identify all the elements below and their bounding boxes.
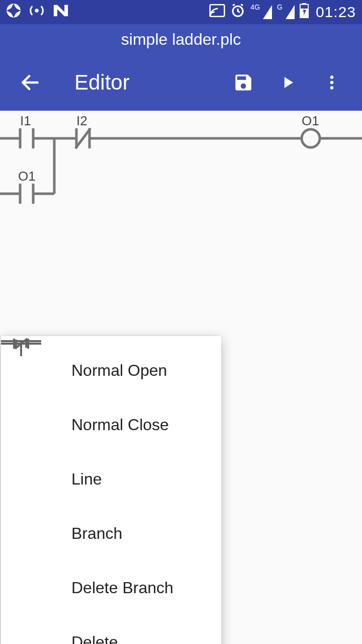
contact-label-o1b: O1	[18, 169, 36, 184]
contact-label-i1: I1	[20, 113, 31, 129]
run-button[interactable]	[269, 64, 306, 101]
android-n-icon	[52, 3, 69, 22]
cast-icon	[209, 4, 225, 21]
blank-icon	[15, 629, 55, 644]
svg-point-1	[35, 9, 39, 13]
menu-item-delete[interactable]: Delete	[1, 615, 221, 644]
blank-icon	[15, 575, 55, 600]
hotspot-icon	[29, 3, 44, 22]
line-icon	[15, 466, 55, 492]
contact-label-i2: I2	[76, 113, 87, 129]
menu-item-label: Delete	[71, 633, 118, 645]
status-time: 01:23	[316, 4, 356, 21]
ladder-canvas[interactable]: I1 I2 O1 O1 Normal Open Normal Close Lin…	[0, 111, 362, 644]
back-button[interactable]	[18, 70, 42, 95]
status-left	[6, 3, 69, 22]
menu-item-branch[interactable]: Branch	[1, 506, 221, 560]
svg-point-8	[330, 81, 334, 85]
signal-icon-2	[286, 5, 295, 19]
menu-item-label: Normal Close	[71, 416, 169, 434]
file-title-bar: simple ladder.plc	[0, 24, 362, 54]
menu-item-label: Line	[71, 470, 102, 489]
normal-open-icon	[15, 358, 55, 383]
alarm-icon	[230, 3, 245, 22]
svg-point-20	[302, 129, 320, 147]
battery-charging-icon	[300, 3, 309, 22]
camera-aperture-icon	[6, 3, 21, 22]
menu-item-label: Branch	[71, 524, 122, 543]
branch-icon	[15, 521, 55, 546]
menu-item-line[interactable]: Line	[1, 452, 221, 506]
svg-rect-5	[302, 3, 306, 5]
page-title: Editor	[74, 70, 217, 95]
menu-item-delete-branch[interactable]: Delete Branch	[1, 560, 221, 615]
context-menu: Normal Open Normal Close Line Branch Del…	[1, 336, 221, 644]
menu-item-label: Normal Open	[71, 361, 167, 380]
menu-item-label: Delete Branch	[71, 579, 173, 597]
app-bar: Editor	[0, 54, 362, 111]
signal-4g-label: 4G	[250, 3, 260, 11]
svg-point-9	[330, 86, 334, 90]
filename-label: simple ladder.plc	[121, 30, 241, 49]
svg-point-7	[330, 75, 334, 79]
status-right: 4G G 01:23	[209, 3, 356, 22]
signal-icon	[263, 5, 272, 19]
save-button[interactable]	[225, 64, 261, 101]
signal-g-label: G	[277, 3, 283, 11]
status-bar: 4G G 01:23	[0, 0, 362, 24]
coil-label-o1: O1	[302, 113, 319, 129]
menu-item-normal-close[interactable]: Normal Close	[1, 397, 221, 452]
more-button[interactable]	[314, 64, 350, 101]
normal-close-icon	[15, 412, 55, 437]
